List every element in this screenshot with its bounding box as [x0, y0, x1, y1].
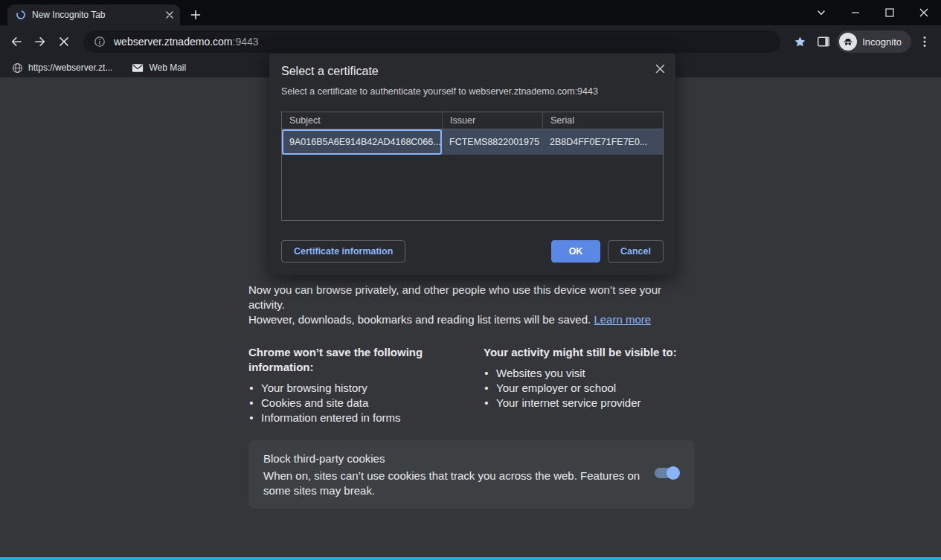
visible-to-list: •Websites you visit •Your employer or sc… [484, 366, 695, 411]
dialog-close-button[interactable] [652, 61, 667, 76]
list-item-label: Your employer or school [496, 381, 616, 396]
tab-loading-spinner-icon [16, 10, 26, 20]
stop-icon [57, 35, 71, 48]
certificate-information-button[interactable]: Certificate information [281, 240, 405, 263]
side-panel-icon [816, 34, 831, 49]
mail-icon [132, 63, 144, 73]
incognito-profile-badge[interactable]: Incognito [837, 30, 911, 53]
block-cookies-card: Block third-party cookies When on, sites… [248, 440, 695, 509]
kebab-menu-icon [918, 35, 931, 48]
certificate-table: Subject Issuer Serial 9A016B5A6E914B42AD… [281, 112, 664, 221]
dialog-title: Select a certificate [281, 65, 664, 78]
dialog-subtitle: Select a certificate to authenticate you… [281, 86, 664, 97]
visible-to-heading: Your activity might still be visible to: [484, 345, 695, 360]
url-host: webserver.ztnademo.com [114, 36, 233, 48]
incognito-tab[interactable]: New Incognito Tab [7, 4, 180, 25]
list-item: •Information entered in forms [248, 411, 484, 425]
intro-line-1: Now you can browse privately, and other … [248, 283, 661, 311]
wont-save-heading: Chrome won’t save the following informat… [248, 345, 484, 375]
new-tab-button[interactable] [186, 5, 205, 25]
tab-close-button[interactable] [163, 9, 176, 22]
visible-to-column: Your activity might still be visible to:… [484, 345, 695, 425]
bookmark-label: Web Mail [149, 62, 186, 73]
minimize-window-button[interactable] [838, 0, 873, 25]
dialog-actions: Certificate information OK Cancel [281, 240, 664, 263]
star-icon [794, 36, 806, 48]
column-header-serial: Serial [542, 112, 663, 129]
list-item: •Your internet service provider [484, 396, 695, 411]
incognito-icon [842, 36, 854, 48]
site-info-button[interactable] [92, 34, 107, 49]
list-item: •Your employer or school [484, 381, 695, 396]
maximize-window-button[interactable] [873, 0, 907, 25]
certificate-row[interactable]: 9A016B5A6E914B42AD4168C066... FCTEMS8822… [282, 129, 663, 155]
address-bar[interactable]: webserver.ztnademo.com:9443 [83, 30, 780, 53]
list-item-label: Information entered in forms [261, 411, 401, 425]
bullet-dot: • [248, 396, 254, 411]
close-icon [655, 64, 665, 74]
close-icon [919, 8, 928, 17]
forward-button[interactable] [30, 31, 51, 52]
incognito-label: Incognito [862, 36, 902, 48]
tab-strip: New Incognito Tab [0, 0, 941, 25]
column-header-subject: Subject [282, 112, 442, 129]
list-item: •Websites you visit [484, 366, 695, 381]
list-item-label: Your internet service provider [496, 396, 641, 411]
url-text: webserver.ztnademo.com:9443 [114, 36, 259, 48]
stop-loading-button[interactable] [54, 31, 74, 52]
plus-icon [190, 10, 201, 20]
block-cookies-description: When on, sites can’t use cookies that tr… [263, 469, 661, 498]
block-cookies-toggle[interactable] [655, 468, 678, 478]
cancel-button[interactable]: Cancel [608, 240, 664, 263]
certificate-subject-cell: 9A016B5A6E914B42AD4168C066... [282, 129, 442, 155]
bullet-dot: • [484, 366, 489, 381]
back-button[interactable] [6, 31, 27, 52]
certificate-issuer-cell: FCTEMS8822001975 [442, 129, 542, 155]
bullet-dot: • [248, 381, 254, 396]
close-window-button[interactable] [907, 0, 941, 25]
select-certificate-dialog: Select a certificate Select a certificat… [269, 54, 675, 275]
certificate-serial-cell: 2B8D4FF0E71FE7E0... [542, 129, 663, 155]
browser-menu-button[interactable] [914, 31, 935, 52]
info-icon [94, 36, 106, 48]
list-item: •Your browsing history [248, 381, 484, 396]
intro-line-2: However, downloads, bookmarks and readin… [248, 313, 591, 326]
chevron-down-icon [816, 7, 826, 18]
wont-save-list: •Your browsing history •Cookies and site… [248, 381, 484, 425]
list-item: •Cookies and site data [248, 396, 484, 411]
ok-button[interactable]: OK [551, 240, 600, 263]
wont-save-column: Chrome won’t save the following informat… [248, 345, 484, 425]
bullet-dot: • [484, 396, 489, 411]
bookmark-item-webmail[interactable]: Web Mail [126, 59, 192, 76]
back-icon [9, 34, 24, 49]
tab-title: New Incognito Tab [32, 10, 157, 20]
bookmark-star-button[interactable] [789, 31, 810, 52]
bookmark-label: https://webserver.zt... [28, 62, 112, 73]
tab-search-chevron-button[interactable] [804, 0, 838, 25]
block-cookies-title: Block third-party cookies [263, 451, 680, 466]
bullet-dot: • [248, 411, 254, 425]
column-header-issuer: Issuer [442, 112, 542, 129]
list-item-label: Cookies and site data [261, 396, 368, 411]
url-port: :9443 [233, 36, 259, 48]
maximize-icon [885, 8, 894, 17]
close-icon [165, 10, 174, 19]
incognito-intro: Now you can browse privately, and other … [248, 283, 695, 327]
certificate-table-header: Subject Issuer Serial [282, 112, 663, 129]
learn-more-link[interactable]: Learn more [594, 313, 651, 326]
incognito-ntp: Now you can browse privately, and other … [248, 283, 695, 509]
incognito-avatar [839, 33, 857, 51]
list-item-label: Websites you visit [496, 366, 585, 381]
bullet-dot: • [484, 381, 489, 396]
minimize-icon [851, 8, 860, 17]
bookmark-item-webserver[interactable]: https://webserver.zt... [6, 59, 118, 76]
taskbar-edge-strip [0, 557, 941, 560]
forward-icon [33, 34, 48, 49]
window-controls [804, 0, 941, 25]
globe-icon [12, 62, 23, 74]
toggle-knob [667, 466, 680, 480]
side-panel-button[interactable] [813, 31, 834, 52]
incognito-info-columns: Chrome won’t save the following informat… [248, 345, 695, 425]
list-item-label: Your browsing history [261, 381, 367, 396]
